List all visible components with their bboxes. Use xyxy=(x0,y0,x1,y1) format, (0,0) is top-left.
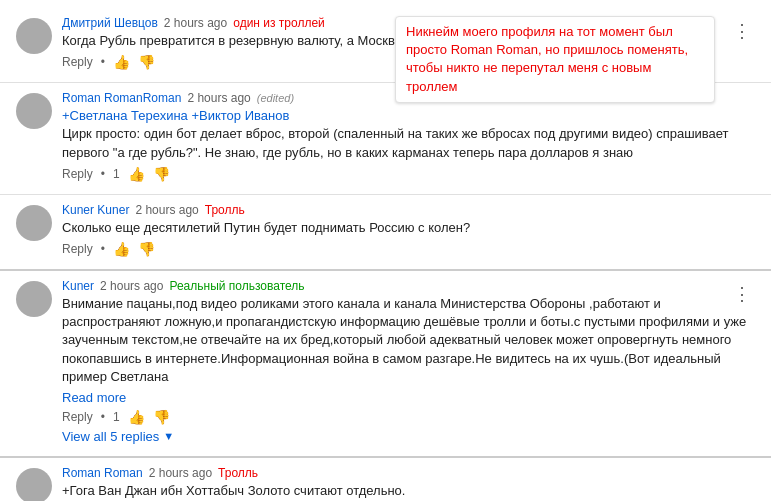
timestamp: 2 hours ago xyxy=(100,279,163,293)
username[interactable]: Дмитрий Шевцов xyxy=(62,16,158,30)
comment-row: Kuner 2 hours ago Реальный пользователь … xyxy=(16,279,755,444)
like-button[interactable]: 👍 xyxy=(113,54,130,70)
comment-thread-b1: Roman Roman 2 hours ago Тролль +Гога Ван… xyxy=(0,458,771,501)
comment-row: Roman RomanRoman 2 hours ago (edited) +С… xyxy=(16,91,755,182)
comment-text: +Светлана Терехина +Виктор Иванов Цирк п… xyxy=(62,107,755,162)
username[interactable]: Kuner xyxy=(62,279,94,293)
dislike-button[interactable]: 👎 xyxy=(138,241,155,257)
comment-actions: Reply • 👍 👎 xyxy=(62,241,755,257)
timestamp: 2 hours ago xyxy=(187,91,250,105)
comment-text-body: Цирк просто: один бот делает вброс, втор… xyxy=(62,126,729,159)
reply-button[interactable]: Reply xyxy=(62,242,93,256)
comment-header: Kuner 2 hours ago Реальный пользователь xyxy=(62,279,755,293)
badge-troll: один из троллей xyxy=(233,16,325,30)
view-replies-label: View all 5 replies xyxy=(62,429,159,444)
username[interactable]: Roman Roman xyxy=(62,466,143,480)
avatar xyxy=(16,281,52,317)
comment-text: +Гога Ван Джан ибн Хоттабыч Золото счита… xyxy=(62,482,755,500)
comment-thread-t1: Kuner 2 hours ago Реальный пользователь … xyxy=(0,271,771,458)
avatar xyxy=(16,205,52,241)
like-button[interactable]: 👍 xyxy=(128,166,145,182)
comment-thread-c3: Kuner Kuner 2 hours ago Тролль Сколько е… xyxy=(0,195,771,271)
mention: +Светлана Терехина +Виктор Иванов xyxy=(62,108,289,123)
comment-header: Kuner Kuner 2 hours ago Тролль xyxy=(62,203,755,217)
comment-text: Внимание пацаны,под видео роликами этого… xyxy=(62,295,755,386)
dot-separator: • xyxy=(101,167,105,181)
comment-thread-c1: Дмитрий Шевцов 2 hours ago один из тролл… xyxy=(0,8,771,83)
comment-body: Roman RomanRoman 2 hours ago (edited) +С… xyxy=(62,91,755,182)
reply-button[interactable]: Reply xyxy=(62,167,93,181)
badge-troll: Тролль xyxy=(205,203,245,217)
avatar xyxy=(16,468,52,501)
view-replies-prefix: View all xyxy=(62,429,110,444)
comment-section: Дмитрий Шевцов 2 hours ago один из тролл… xyxy=(0,0,771,501)
comment-body: Kuner 2 hours ago Реальный пользователь … xyxy=(62,279,755,444)
more-options-button[interactable]: ⋮ xyxy=(729,16,755,46)
comment-actions: Reply • 1 👍 👎 xyxy=(62,166,755,182)
comment-row: Дмитрий Шевцов 2 hours ago один из тролл… xyxy=(16,16,755,70)
comment-actions: Reply • 1 👍 👎 xyxy=(62,409,755,425)
edited-label: (edited) xyxy=(257,92,294,104)
like-button[interactable]: 👍 xyxy=(128,409,145,425)
like-count: 1 xyxy=(113,167,120,181)
username[interactable]: Roman RomanRoman xyxy=(62,91,181,105)
tooltip-box-c1: Никнейм моего профиля на тот момент был … xyxy=(395,16,715,103)
like-count: 1 xyxy=(113,410,120,424)
read-more-button[interactable]: Read more xyxy=(62,390,126,405)
view-replies-button[interactable]: View all 5 replies ▼ xyxy=(62,429,174,444)
chevron-down-icon: ▼ xyxy=(163,430,174,442)
avatar xyxy=(16,93,52,129)
comment-header: Roman Roman 2 hours ago Тролль xyxy=(62,466,755,480)
dislike-button[interactable]: 👎 xyxy=(138,54,155,70)
comment-row: Roman Roman 2 hours ago Тролль +Гога Ван… xyxy=(16,466,755,501)
more-options-button[interactable]: ⋮ xyxy=(729,279,755,309)
comment-text: Сколько еще десятилетий Путин будет подн… xyxy=(62,219,755,237)
dislike-button[interactable]: 👎 xyxy=(153,166,170,182)
username[interactable]: Kuner Kuner xyxy=(62,203,129,217)
like-button[interactable]: 👍 xyxy=(113,241,130,257)
dot-separator: • xyxy=(101,410,105,424)
view-replies-suffix: replies xyxy=(117,429,159,444)
comment-body: Roman Roman 2 hours ago Тролль +Гога Ван… xyxy=(62,466,755,501)
reply-button[interactable]: Reply xyxy=(62,55,93,69)
timestamp: 2 hours ago xyxy=(135,203,198,217)
comment-row: Kuner Kuner 2 hours ago Тролль Сколько е… xyxy=(16,203,755,257)
timestamp: 2 hours ago xyxy=(164,16,227,30)
badge-troll: Тролль xyxy=(218,466,258,480)
reply-button[interactable]: Reply xyxy=(62,410,93,424)
dislike-button[interactable]: 👎 xyxy=(153,409,170,425)
dot-separator: • xyxy=(101,55,105,69)
badge-real: Реальный пользователь xyxy=(169,279,304,293)
dot-separator: • xyxy=(101,242,105,256)
timestamp: 2 hours ago xyxy=(149,466,212,480)
avatar xyxy=(16,18,52,54)
comment-body: Kuner Kuner 2 hours ago Тролль Сколько е… xyxy=(62,203,755,257)
